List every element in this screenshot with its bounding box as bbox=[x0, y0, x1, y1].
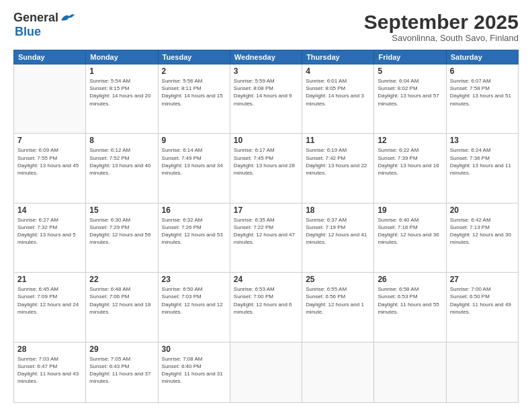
day-info: Sunrise: 6:19 AM Sunset: 7:42 PM Dayligh… bbox=[306, 147, 367, 176]
header-thursday: Thursday bbox=[302, 50, 374, 64]
table-row: 29 Sunrise: 7:05 AM Sunset: 6:43 PM Dayl… bbox=[86, 342, 158, 403]
day-info: Sunrise: 5:54 AM Sunset: 8:15 PM Dayligh… bbox=[89, 78, 150, 107]
table-row bbox=[302, 342, 374, 403]
table-row: 28 Sunrise: 7:03 AM Sunset: 6:47 PM Dayl… bbox=[14, 342, 86, 403]
day-info: Sunrise: 7:00 AM Sunset: 6:50 PM Dayligh… bbox=[450, 286, 511, 315]
table-row: 14 Sunrise: 6:27 AM Sunset: 7:32 PM Dayl… bbox=[14, 203, 86, 272]
day-info: Sunrise: 6:32 AM Sunset: 7:26 PM Dayligh… bbox=[162, 217, 223, 246]
day-number: 19 bbox=[378, 205, 442, 215]
day-info: Sunrise: 6:14 AM Sunset: 7:49 PM Dayligh… bbox=[162, 147, 223, 176]
table-row: 11 Sunrise: 6:19 AM Sunset: 7:42 PM Dayl… bbox=[302, 134, 374, 203]
day-number: 4 bbox=[306, 66, 370, 76]
day-info: Sunrise: 7:03 AM Sunset: 6:47 PM Dayligh… bbox=[17, 356, 79, 385]
table-row bbox=[230, 342, 302, 403]
day-info: Sunrise: 6:58 AM Sunset: 6:53 PM Dayligh… bbox=[378, 286, 439, 315]
table-row: 26 Sunrise: 6:58 AM Sunset: 6:53 PM Dayl… bbox=[374, 273, 446, 342]
table-row: 1 Sunrise: 5:54 AM Sunset: 8:15 PM Dayli… bbox=[86, 64, 158, 134]
day-number: 13 bbox=[450, 136, 515, 145]
logo: General Blue bbox=[13, 11, 75, 39]
day-number: 1 bbox=[89, 66, 154, 76]
table-row: 8 Sunrise: 6:12 AM Sunset: 7:52 PM Dayli… bbox=[86, 134, 158, 203]
month-title: September 2025 bbox=[364, 11, 519, 33]
header-friday: Friday bbox=[374, 50, 446, 64]
day-number: 29 bbox=[89, 345, 154, 354]
day-number: 7 bbox=[17, 136, 82, 145]
logo-bird-icon bbox=[60, 12, 75, 24]
day-info: Sunrise: 6:07 AM Sunset: 7:58 PM Dayligh… bbox=[450, 78, 511, 107]
table-row: 7 Sunrise: 6:09 AM Sunset: 7:55 PM Dayli… bbox=[14, 134, 86, 203]
day-info: Sunrise: 7:08 AM Sunset: 6:40 PM Dayligh… bbox=[162, 356, 223, 385]
day-number: 25 bbox=[306, 275, 370, 284]
table-row: 24 Sunrise: 6:53 AM Sunset: 7:00 PM Dayl… bbox=[230, 273, 302, 342]
day-info: Sunrise: 6:27 AM Sunset: 7:32 PM Dayligh… bbox=[17, 217, 76, 246]
day-number: 5 bbox=[378, 66, 442, 76]
day-number: 21 bbox=[17, 275, 82, 284]
table-row: 19 Sunrise: 6:40 AM Sunset: 7:16 PM Dayl… bbox=[374, 203, 446, 272]
day-info: Sunrise: 6:35 AM Sunset: 7:22 PM Dayligh… bbox=[234, 217, 295, 246]
day-info: Sunrise: 6:30 AM Sunset: 7:29 PM Dayligh… bbox=[89, 217, 150, 246]
day-info: Sunrise: 6:50 AM Sunset: 7:03 PM Dayligh… bbox=[162, 286, 223, 315]
table-row: 15 Sunrise: 6:30 AM Sunset: 7:29 PM Dayl… bbox=[86, 203, 158, 272]
day-info: Sunrise: 6:04 AM Sunset: 8:02 PM Dayligh… bbox=[378, 78, 439, 107]
table-row: 23 Sunrise: 6:50 AM Sunset: 7:03 PM Dayl… bbox=[158, 273, 230, 342]
logo-text-blue: Blue bbox=[15, 25, 41, 39]
day-number: 6 bbox=[450, 66, 515, 76]
table-row bbox=[446, 342, 518, 403]
day-info: Sunrise: 5:59 AM Sunset: 8:08 PM Dayligh… bbox=[234, 78, 292, 107]
header-tuesday: Tuesday bbox=[158, 50, 230, 64]
calendar-table: Sunday Monday Tuesday Wednesday Thursday… bbox=[13, 50, 519, 403]
day-info: Sunrise: 6:12 AM Sunset: 7:52 PM Dayligh… bbox=[89, 147, 150, 176]
day-number: 9 bbox=[162, 136, 226, 145]
day-info: Sunrise: 5:56 AM Sunset: 8:11 PM Dayligh… bbox=[162, 78, 223, 107]
table-row: 12 Sunrise: 6:22 AM Sunset: 7:39 PM Dayl… bbox=[374, 134, 446, 203]
table-row: 4 Sunrise: 6:01 AM Sunset: 8:05 PM Dayli… bbox=[302, 64, 374, 134]
day-info: Sunrise: 6:53 AM Sunset: 7:00 PM Dayligh… bbox=[234, 286, 292, 315]
day-number: 27 bbox=[450, 275, 515, 284]
day-number: 20 bbox=[450, 205, 515, 215]
day-info: Sunrise: 6:42 AM Sunset: 7:13 PM Dayligh… bbox=[450, 217, 511, 246]
day-info: Sunrise: 6:40 AM Sunset: 7:16 PM Dayligh… bbox=[378, 217, 439, 246]
table-row: 18 Sunrise: 6:37 AM Sunset: 7:19 PM Dayl… bbox=[302, 203, 374, 272]
day-info: Sunrise: 6:22 AM Sunset: 7:39 PM Dayligh… bbox=[378, 147, 439, 176]
day-number: 14 bbox=[17, 205, 82, 215]
day-number: 15 bbox=[89, 205, 154, 215]
table-row: 13 Sunrise: 6:24 AM Sunset: 7:36 PM Dayl… bbox=[446, 134, 518, 203]
day-number: 3 bbox=[234, 66, 298, 76]
day-number: 23 bbox=[162, 275, 226, 284]
table-row: 2 Sunrise: 5:56 AM Sunset: 8:11 PM Dayli… bbox=[158, 64, 230, 134]
day-number: 24 bbox=[234, 275, 298, 284]
day-number: 22 bbox=[89, 275, 154, 284]
table-row bbox=[14, 64, 86, 134]
day-number: 30 bbox=[162, 345, 226, 354]
table-row: 9 Sunrise: 6:14 AM Sunset: 7:49 PM Dayli… bbox=[158, 134, 230, 203]
calendar-header-row: Sunday Monday Tuesday Wednesday Thursday… bbox=[14, 50, 519, 64]
table-row: 22 Sunrise: 6:48 AM Sunset: 7:06 PM Dayl… bbox=[86, 273, 158, 342]
table-row: 21 Sunrise: 6:45 AM Sunset: 7:09 PM Dayl… bbox=[14, 273, 86, 342]
table-row: 27 Sunrise: 7:00 AM Sunset: 6:50 PM Dayl… bbox=[446, 273, 518, 342]
title-block: September 2025 Savonlinna, South Savo, F… bbox=[364, 11, 519, 43]
table-row: 3 Sunrise: 5:59 AM Sunset: 8:08 PM Dayli… bbox=[230, 64, 302, 134]
header: General Blue September 2025 Savonlinna, … bbox=[13, 11, 519, 43]
day-number: 28 bbox=[17, 345, 82, 354]
table-row: 17 Sunrise: 6:35 AM Sunset: 7:22 PM Dayl… bbox=[230, 203, 302, 272]
day-info: Sunrise: 7:05 AM Sunset: 6:43 PM Dayligh… bbox=[89, 356, 150, 385]
table-row: 30 Sunrise: 7:08 AM Sunset: 6:40 PM Dayl… bbox=[158, 342, 230, 403]
day-info: Sunrise: 6:45 AM Sunset: 7:09 PM Dayligh… bbox=[17, 286, 79, 315]
day-number: 2 bbox=[162, 66, 226, 76]
day-info: Sunrise: 6:09 AM Sunset: 7:55 PM Dayligh… bbox=[17, 147, 79, 176]
day-info: Sunrise: 6:17 AM Sunset: 7:45 PM Dayligh… bbox=[234, 147, 295, 176]
day-number: 11 bbox=[306, 136, 370, 145]
header-monday: Monday bbox=[86, 50, 158, 64]
header-saturday: Saturday bbox=[446, 50, 518, 64]
day-info: Sunrise: 6:55 AM Sunset: 6:56 PM Dayligh… bbox=[306, 286, 364, 315]
table-row: 10 Sunrise: 6:17 AM Sunset: 7:45 PM Dayl… bbox=[230, 134, 302, 203]
table-row: 5 Sunrise: 6:04 AM Sunset: 8:02 PM Dayli… bbox=[374, 64, 446, 134]
day-info: Sunrise: 6:01 AM Sunset: 8:05 PM Dayligh… bbox=[306, 78, 364, 107]
table-row: 20 Sunrise: 6:42 AM Sunset: 7:13 PM Dayl… bbox=[446, 203, 518, 272]
day-number: 8 bbox=[89, 136, 154, 145]
table-row: 25 Sunrise: 6:55 AM Sunset: 6:56 PM Dayl… bbox=[302, 273, 374, 342]
table-row: 16 Sunrise: 6:32 AM Sunset: 7:26 PM Dayl… bbox=[158, 203, 230, 272]
day-number: 10 bbox=[234, 136, 298, 145]
location-subtitle: Savonlinna, South Savo, Finland bbox=[364, 33, 519, 43]
table-row: 6 Sunrise: 6:07 AM Sunset: 7:58 PM Dayli… bbox=[446, 64, 518, 134]
